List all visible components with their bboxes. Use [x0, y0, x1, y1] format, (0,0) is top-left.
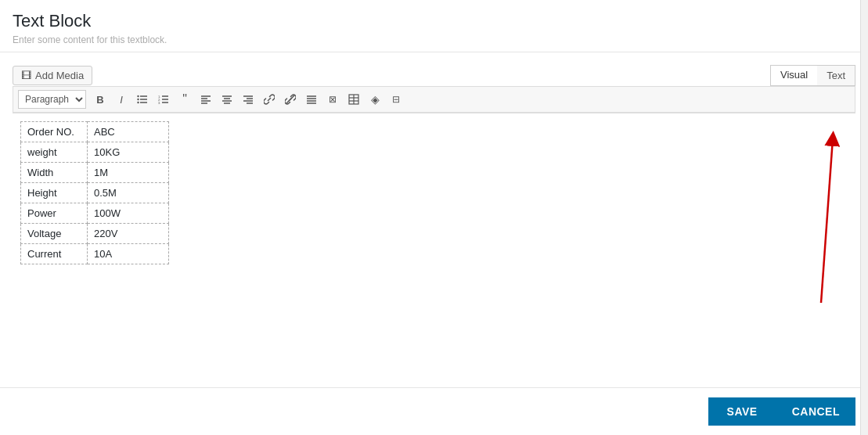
table-cell-value: 100W [88, 203, 169, 224]
header: Text Block Enter some content for this t… [0, 0, 868, 52]
cube-button[interactable]: ◈ [365, 90, 385, 109]
page-title: Text Block [13, 11, 855, 31]
tab-text[interactable]: Text [817, 66, 855, 85]
align-center-button[interactable] [217, 90, 237, 109]
content-area: 🎞 Add Media Visual Text Paragraph Headin… [0, 52, 868, 387]
table-row: Width1M [21, 163, 169, 183]
table-row: Voltage220V [21, 224, 169, 244]
table-cell-value: 1M [88, 163, 169, 183]
svg-text:3.: 3. [158, 101, 160, 105]
table-row: Order NO.ABC [21, 122, 169, 142]
media-icon: 🎞 [21, 70, 31, 81]
table-insert-button[interactable] [344, 90, 364, 109]
table-row: Current10A [21, 244, 169, 264]
table-cell-value: ABC [88, 122, 169, 142]
right-panel [860, 0, 868, 435]
fullscreen-button[interactable]: ⊟ [386, 90, 406, 109]
table-row: weight10KG [21, 142, 169, 163]
italic-button[interactable]: I [111, 90, 131, 109]
link-button[interactable] [259, 90, 279, 109]
table-cell-value: 220V [88, 224, 169, 244]
content-table: Order NO.ABCweight10KGWidth1MHeight0.5MP… [20, 121, 169, 264]
save-button[interactable]: SAVE [708, 397, 776, 426]
footer: SAVE CANCEL [0, 387, 868, 435]
table-cell-label: Width [21, 163, 88, 183]
blockquote-button[interactable]: " [175, 90, 195, 109]
more-button[interactable]: ⊠ [322, 90, 343, 109]
unlink-button[interactable] [280, 90, 301, 109]
format-toolbar: Paragraph Heading 1 Heading 2 Heading 3 … [13, 86, 855, 113]
table-cell-label: Height [21, 183, 88, 203]
svg-point-3 [137, 95, 139, 97]
toolbar-row: 🎞 Add Media Visual Text [13, 65, 855, 86]
ol-button[interactable]: 1.2.3. [153, 90, 174, 109]
align-right-button[interactable] [238, 90, 258, 109]
table-row: Power100W [21, 203, 169, 224]
main-container: Text Block Enter some content for this t… [0, 0, 868, 435]
table-cell-label: weight [21, 142, 88, 163]
paragraph-select[interactable]: Paragraph Heading 1 Heading 2 Heading 3 [18, 90, 86, 109]
table-row: Height0.5M [21, 183, 169, 203]
table-cell-value: 10KG [88, 142, 169, 163]
cancel-button[interactable]: CANCEL [776, 397, 855, 426]
table-cell-label: Order NO. [21, 122, 88, 142]
page-subtitle: Enter some content for this textblock. [13, 34, 855, 45]
align-full-button[interactable] [301, 90, 322, 109]
ul-button[interactable] [132, 90, 153, 109]
tab-visual[interactable]: Visual [771, 66, 817, 85]
view-tabs: Visual Text [770, 65, 855, 86]
editor-body[interactable]: Order NO.ABCweight10KGWidth1MHeight0.5MP… [13, 113, 855, 332]
table-cell-value: 10A [88, 244, 169, 264]
table-cell-value: 0.5M [88, 183, 169, 203]
bold-button[interactable]: B [90, 90, 110, 109]
svg-point-4 [137, 99, 139, 100]
table-cell-label: Voltage [21, 224, 88, 244]
add-media-button[interactable]: 🎞 Add Media [13, 66, 92, 85]
table-cell-label: Current [21, 244, 88, 264]
table-cell-label: Power [21, 203, 88, 224]
add-media-label: Add Media [35, 70, 84, 81]
svg-point-5 [137, 102, 139, 103]
align-left-button[interactable] [196, 90, 216, 109]
